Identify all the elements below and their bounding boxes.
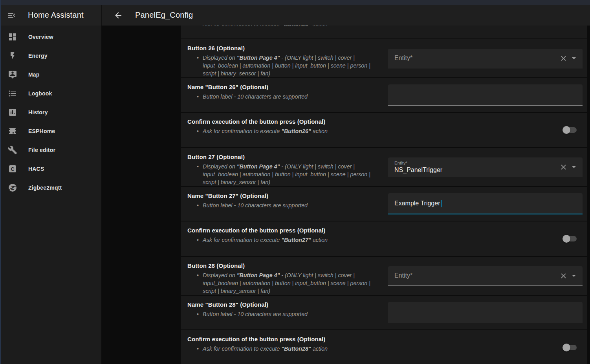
field-title: Button 26 (Optional): [187, 45, 383, 51]
back-arrow-icon[interactable]: [114, 11, 123, 20]
chevron-down-icon[interactable]: [569, 271, 579, 280]
view-dashboard-icon: [8, 32, 17, 42]
field-description: Displayed on "Button Page 4" - (ONLY lig…: [187, 54, 383, 77]
sidebar-item-label: File editor: [28, 147, 55, 153]
field-title: Button 27 (Optional): [187, 154, 383, 160]
field-title: Name "Button 26" (Optional): [187, 84, 383, 90]
form-row-confirm-button-27: Confirm execution of the button press (O…: [181, 221, 587, 256]
field-description: Ask for confirmation to execute "Button2…: [187, 236, 383, 244]
sidebar-item-label: HACS: [28, 166, 44, 172]
clear-icon[interactable]: [559, 54, 568, 62]
field-description: Ask for confirmation to execute "Button2…: [187, 345, 383, 353]
sidebar-nav: Overview Energy Map Logbook History: [0, 26, 101, 197]
sidebar-item-overview[interactable]: Overview: [0, 27, 101, 46]
sidebar-header: Home Assistant: [0, 5, 101, 26]
zigbee2mqtt-icon: Z: [8, 183, 17, 192]
form-row-confirm-button25-clipped: Ask for confirmation to execute "Button2…: [181, 26, 587, 38]
window-left-edge: [0, 0, 1, 364]
window-top-strip: [0, 0, 590, 5]
input-value: Example Trigger: [394, 200, 440, 207]
field-description: Displayed on "Button Page 4" - (ONLY lig…: [187, 271, 383, 295]
field-title: Confirm execution of the button press (O…: [187, 227, 383, 234]
config-form: Ask for confirmation to execute "Button2…: [181, 26, 587, 364]
name-input-button-27[interactable]: Example Trigger: [388, 193, 583, 214]
chevron-down-icon[interactable]: [569, 162, 579, 172]
sidebar-item-map[interactable]: Map: [0, 65, 101, 84]
sidebar-item-history[interactable]: History: [0, 103, 101, 122]
text-cursor: [441, 200, 442, 207]
sidebar-item-label: Zigbee2mqtt: [28, 185, 62, 191]
toggle-knob: [563, 344, 570, 351]
form-row-name-button-27: Name "Button 27" (Optional) Button label…: [181, 187, 587, 221]
form-row-button-27: Button 27 (Optional) Displayed on "Butto…: [181, 148, 587, 186]
field-description: Button label - 10 characters are support…: [187, 201, 383, 209]
form-row-button-28: Button 28 (Optional) Displayed on "Butto…: [181, 257, 587, 295]
field-description: Displayed on "Button Page 4" - (ONLY lig…: [187, 163, 383, 186]
form-row-confirm-button-26: Confirm execution of the button press (O…: [181, 113, 587, 147]
sidebar-item-label: ESPHome: [28, 128, 55, 134]
name-input-button-28[interactable]: [388, 302, 583, 323]
field-title: Button 28 (Optional): [187, 262, 383, 269]
entity-combobox-button-27[interactable]: Entity* NS_PanelTrigger: [388, 157, 583, 177]
lightning-bolt-icon: [8, 51, 17, 60]
sidebar-item-label: Overview: [28, 34, 53, 40]
chip-icon: [8, 126, 17, 136]
sidebar-item-label: Energy: [28, 53, 48, 59]
menu-open-icon[interactable]: [7, 11, 16, 20]
toggle-knob: [563, 126, 570, 134]
entity-label: Entity*: [394, 55, 412, 62]
toggle-knob: [563, 235, 570, 243]
sidebar-item-label: Map: [28, 71, 40, 78]
entity-label: Entity*: [394, 272, 412, 279]
field-title: Name "Button 28" (Optional): [187, 301, 383, 308]
sidebar: Home Assistant Overview Energy Map Logbo…: [0, 5, 101, 364]
sidebar-item-zigbee2mqtt[interactable]: Z Zigbee2mqtt: [0, 178, 101, 197]
confirm-toggle-button-28[interactable]: [563, 343, 577, 352]
form-row-confirm-button-28: Confirm execution of the button press (O…: [181, 330, 587, 364]
sidebar-item-esphome[interactable]: ESPHome: [0, 122, 101, 141]
form-row-name-button-26: Name "Button 26" (Optional) Button label…: [181, 78, 587, 112]
svg-text:C: C: [11, 166, 14, 172]
entity-combobox-button-28[interactable]: Entity*: [388, 266, 583, 286]
sidebar-item-hacs[interactable]: C HACS: [0, 159, 101, 178]
field-title: Confirm execution of the button press (O…: [187, 336, 383, 342]
sidebar-item-label: History: [28, 109, 48, 115]
entity-label: Entity*: [394, 161, 442, 165]
field-description: Button label - 10 characters are support…: [187, 310, 383, 318]
sidebar-item-energy[interactable]: Energy: [0, 46, 101, 65]
name-input-button-26[interactable]: [388, 84, 583, 106]
page-title: PanelEg_Config: [135, 11, 193, 20]
clear-icon[interactable]: [559, 272, 568, 280]
confirm-description: Ask for confirmation to execute "Button2…: [187, 26, 572, 28]
field-title: Name "Button 27" (Optional): [187, 192, 383, 199]
wrench-icon: [8, 145, 17, 155]
clear-icon[interactable]: [559, 163, 568, 171]
confirm-toggle-button-26[interactable]: [563, 126, 577, 134]
app-title: Home Assistant: [28, 11, 84, 20]
confirm-toggle-button-27[interactable]: [563, 234, 577, 243]
chart-box-icon: [8, 108, 17, 117]
field-description: Button label - 10 characters are support…: [187, 93, 383, 101]
sidebar-item-logbook[interactable]: Logbook: [0, 84, 101, 103]
field-description: Ask for confirmation to execute "Button2…: [187, 127, 383, 135]
form-row-name-button-28: Name "Button 28" (Optional) Button label…: [181, 296, 587, 329]
field-title: Confirm execution of the button press (O…: [187, 118, 383, 125]
form-row-button-26: Button 26 (Optional) Displayed on "Butto…: [181, 39, 587, 77]
sidebar-item-file-editor[interactable]: File editor: [0, 141, 101, 159]
format-list-bulleted-icon: [8, 89, 17, 98]
hacs-icon: C: [8, 164, 17, 174]
tooltip-account-icon: [8, 70, 17, 79]
sidebar-item-label: Logbook: [28, 90, 52, 97]
config-scroll-area[interactable]: Ask for confirmation to execute "Button2…: [101, 26, 590, 364]
chevron-down-icon[interactable]: [569, 53, 579, 63]
page-header: PanelEg_Config: [101, 5, 590, 26]
entity-combobox-button-26[interactable]: Entity*: [388, 49, 583, 68]
entity-value: NS_PanelTrigger: [394, 166, 442, 174]
